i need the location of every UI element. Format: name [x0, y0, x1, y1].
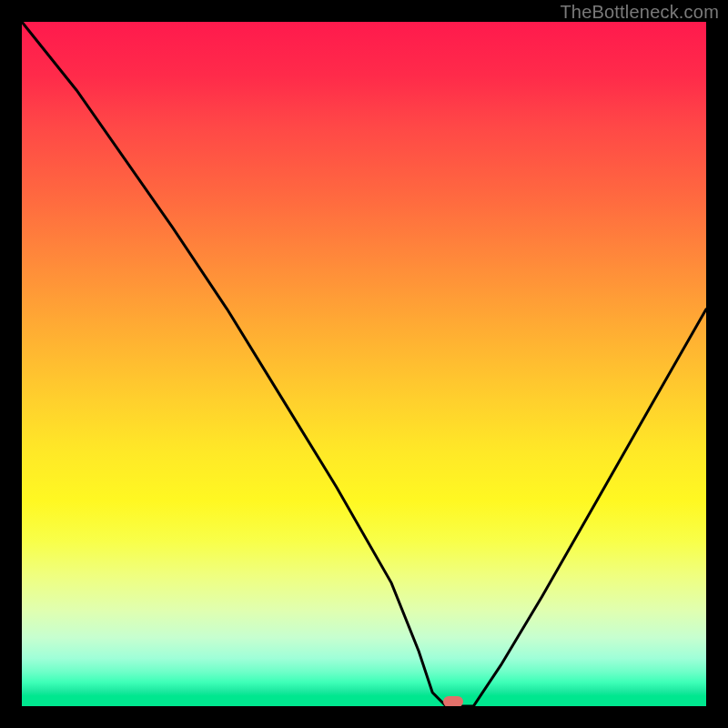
bottleneck-curve [22, 22, 706, 706]
optimal-point-marker [443, 696, 463, 706]
plot-area [22, 22, 706, 706]
watermark-text: TheBottleneck.com [560, 2, 719, 23]
chart-frame: TheBottleneck.com [0, 0, 728, 728]
